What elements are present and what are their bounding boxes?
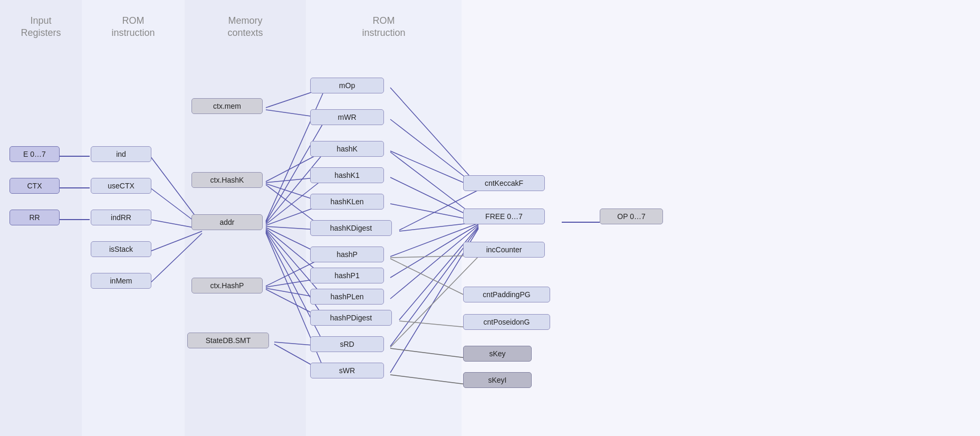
node-hashklen[interactable]: hashKLen: [310, 194, 384, 210]
node-ctx-mem[interactable]: ctx.mem: [191, 98, 263, 114]
node-ind[interactable]: ind: [91, 146, 151, 162]
node-e07[interactable]: E 0…7: [9, 146, 60, 162]
node-usectx[interactable]: useCTX: [91, 178, 151, 194]
node-cntkeccakf[interactable]: cntKeccakF: [463, 175, 545, 191]
header-rom2: ROMinstruction: [306, 5, 462, 44]
node-hashp1[interactable]: hashP1: [310, 268, 384, 283]
header-input-registers: InputRegisters: [0, 5, 82, 44]
node-statedb-smt[interactable]: StateDB.SMT: [187, 333, 269, 348]
node-ctx-hashp[interactable]: ctx.HashP: [191, 278, 263, 293]
node-rr[interactable]: RR: [9, 210, 60, 225]
header-rom1: ROMinstruction: [82, 5, 185, 44]
node-srd[interactable]: sRD: [310, 336, 384, 352]
node-swr[interactable]: sWR: [310, 363, 384, 378]
node-skey[interactable]: sKey: [463, 346, 532, 362]
diagram-container: InputRegisters ROMinstruction Memorycont…: [0, 0, 980, 436]
node-inccounter[interactable]: incCounter: [463, 242, 545, 258]
node-inmem[interactable]: inMem: [91, 273, 151, 289]
node-skeyi[interactable]: sKeyI: [463, 372, 532, 388]
node-cntpaddinpg[interactable]: cntPaddingPG: [463, 287, 550, 302]
header-memory-contexts: Memorycontexts: [185, 5, 306, 44]
node-hashk[interactable]: hashK: [310, 141, 384, 157]
node-addr[interactable]: addr: [191, 214, 263, 230]
node-hashp[interactable]: hashP: [310, 247, 384, 262]
node-mwr[interactable]: mWR: [310, 109, 384, 125]
node-op07[interactable]: OP 0…7: [600, 208, 663, 224]
node-free07[interactable]: FREE 0…7: [463, 208, 545, 224]
node-indrr[interactable]: indRR: [91, 210, 151, 225]
node-hashk1[interactable]: hashK1: [310, 167, 384, 183]
node-hashplen[interactable]: hashPLen: [310, 289, 384, 305]
node-cntposeidong[interactable]: cntPoseidonG: [463, 314, 550, 330]
node-ctx-hashk[interactable]: ctx.HashK: [191, 172, 263, 188]
node-hashkdigest[interactable]: hashKDigest: [310, 220, 392, 236]
node-mop[interactable]: mOp: [310, 78, 384, 93]
node-hashpdigest[interactable]: hashPDigest: [310, 310, 392, 326]
node-isstack[interactable]: isStack: [91, 241, 151, 257]
node-ctx[interactable]: CTX: [9, 178, 60, 194]
